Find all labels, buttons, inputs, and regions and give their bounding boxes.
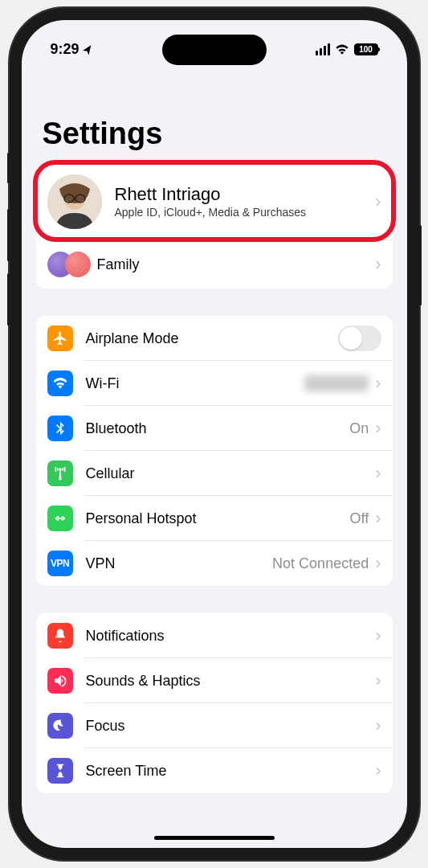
chevron-right-icon: ›	[375, 715, 381, 736]
airplane-label: Airplane Mode	[86, 330, 338, 347]
chevron-right-icon: ›	[375, 254, 381, 275]
cellular-label: Cellular	[86, 465, 376, 482]
focus-label: Focus	[86, 718, 376, 735]
cellular-row[interactable]: Cellular ›	[36, 451, 393, 496]
airplane-icon	[47, 326, 73, 351]
family-row[interactable]: Family ›	[36, 240, 393, 289]
location-icon	[83, 43, 94, 55]
volume-down-button	[7, 273, 10, 326]
wifi-status-icon	[335, 43, 349, 55]
sounds-label: Sounds & Haptics	[86, 673, 376, 690]
notifications-row[interactable]: Notifications ›	[36, 613, 393, 658]
chevron-right-icon: ›	[375, 760, 381, 781]
bluetooth-value: On	[349, 420, 369, 437]
apple-id-row[interactable]: Rhett Intriago Apple ID, iCloud+, Media …	[36, 163, 393, 240]
phone-frame: 9:29 100 Settings	[10, 8, 419, 860]
general-group: Notifications › Sounds & Haptics › Focus…	[36, 613, 393, 793]
profile-subtitle: Apple ID, iCloud+, Media & Purchases	[115, 205, 376, 219]
status-right: 100	[316, 43, 378, 55]
chevron-right-icon: ›	[375, 508, 381, 529]
status-left: 9:29	[51, 41, 94, 58]
chevron-right-icon: ›	[375, 373, 381, 394]
bluetooth-row[interactable]: Bluetooth On ›	[36, 406, 393, 451]
vpn-row[interactable]: VPN VPN Not Connected ›	[36, 541, 393, 586]
chevron-right-icon: ›	[375, 553, 381, 574]
hotspot-icon	[47, 506, 73, 531]
focus-icon	[47, 713, 73, 739]
wifi-icon	[47, 371, 73, 396]
airplane-toggle[interactable]	[338, 326, 381, 351]
hotspot-value: Off	[349, 510, 369, 527]
focus-row[interactable]: Focus ›	[36, 703, 393, 748]
chevron-right-icon: ›	[375, 463, 381, 484]
chevron-right-icon: ›	[375, 625, 381, 646]
profile-info: Rhett Intriago Apple ID, iCloud+, Media …	[115, 184, 376, 219]
sounds-icon	[47, 668, 73, 694]
airplane-mode-row[interactable]: Airplane Mode	[36, 316, 393, 361]
battery-icon: 100	[354, 43, 378, 55]
vpn-icon: VPN	[47, 551, 73, 576]
page-title: Settings	[36, 117, 393, 163]
hotspot-label: Personal Hotspot	[86, 510, 350, 527]
wifi-label: Wi-Fi	[86, 375, 305, 392]
hotspot-row[interactable]: Personal Hotspot Off ›	[36, 496, 393, 541]
status-time: 9:29	[51, 41, 79, 58]
connectivity-group: Airplane Mode Wi-Fi › Bluetooth	[36, 316, 393, 586]
dynamic-island	[162, 35, 267, 65]
power-button	[419, 225, 422, 305]
screentime-icon	[47, 758, 73, 784]
settings-content: Settings	[22, 68, 407, 793]
chevron-right-icon: ›	[375, 670, 381, 691]
home-indicator[interactable]	[154, 836, 275, 840]
chevron-right-icon: ›	[375, 191, 381, 212]
profile-group: Rhett Intriago Apple ID, iCloud+, Media …	[36, 163, 393, 289]
notifications-icon	[47, 623, 73, 649]
profile-name: Rhett Intriago	[115, 184, 376, 205]
volume-up-button	[7, 209, 10, 261]
cellular-signal-icon	[316, 43, 330, 55]
family-avatars-icon	[47, 250, 91, 279]
notifications-label: Notifications	[86, 628, 376, 645]
bluetooth-label: Bluetooth	[86, 420, 350, 437]
cellular-icon	[47, 461, 73, 486]
vpn-label: VPN	[86, 555, 273, 572]
battery-level: 100	[359, 45, 373, 54]
screentime-label: Screen Time	[86, 763, 376, 780]
vpn-value: Not Connected	[272, 555, 369, 572]
phone-screen: 9:29 100 Settings	[22, 20, 407, 848]
sounds-row[interactable]: Sounds & Haptics ›	[36, 658, 393, 703]
wifi-value	[304, 375, 369, 391]
chevron-right-icon: ›	[375, 418, 381, 439]
silent-switch	[7, 153, 10, 183]
wifi-row[interactable]: Wi-Fi ›	[36, 361, 393, 406]
avatar	[47, 174, 102, 229]
screentime-row[interactable]: Screen Time ›	[36, 748, 393, 793]
family-label: Family	[97, 256, 376, 273]
bluetooth-icon	[47, 416, 73, 441]
